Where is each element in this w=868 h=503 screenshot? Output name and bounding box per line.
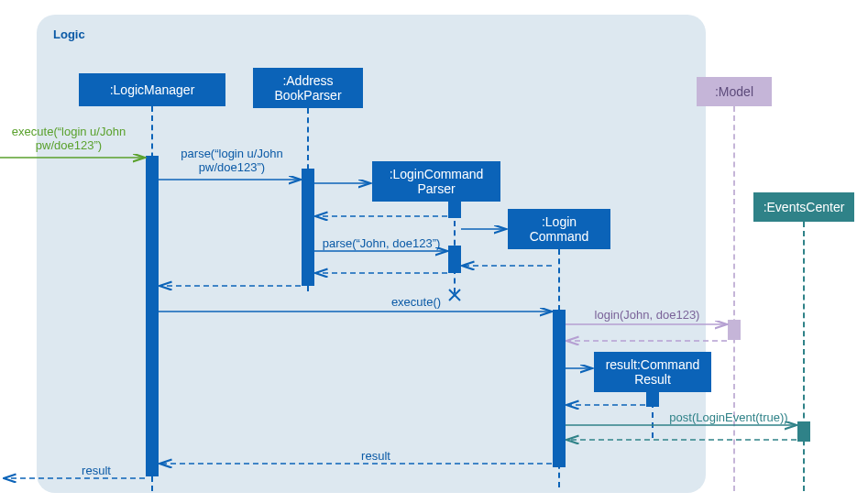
participant-label: :Model xyxy=(715,84,753,99)
msg-execute: execute() xyxy=(379,295,453,309)
participant-addressbookparser: :Address BookParser xyxy=(253,68,363,108)
msg-parse1: parse(“login u/John pw/doe123”) xyxy=(163,147,301,174)
sequence-diagram: Logic :LogicManager :Address BookParser … xyxy=(0,0,868,503)
activation-model xyxy=(728,320,741,340)
msg-result2: result xyxy=(73,464,119,477)
msg-post: post(LoginEvent(true)) xyxy=(660,410,797,424)
participant-label: :EventsCenter xyxy=(764,200,845,214)
logic-frame-label: Logic xyxy=(53,27,85,41)
participant-label: :LogicManager xyxy=(110,82,195,97)
activation-logincommand xyxy=(553,310,566,467)
activation-addressbookparser xyxy=(302,169,314,286)
participant-commandresult: result:Command Result xyxy=(594,352,711,392)
participant-eventscenter: :EventsCenter xyxy=(753,192,854,222)
participant-label: :LoginCommand Parser xyxy=(390,167,484,196)
participant-model: :Model xyxy=(697,77,772,106)
lifeline-eventscenter xyxy=(803,222,805,491)
participant-logincommand: :Login Command xyxy=(508,209,610,249)
activation-logincommandparser-2 xyxy=(448,246,461,273)
participant-label: result:Command Result xyxy=(606,357,700,387)
msg-login: login(John, doe123) xyxy=(583,308,711,322)
participant-label: :Login Command xyxy=(530,214,589,244)
participant-label: :Address BookParser xyxy=(274,73,341,103)
activation-commandresult xyxy=(646,392,659,407)
msg-result1: result xyxy=(348,449,403,463)
lifeline-model xyxy=(733,106,735,491)
activation-eventscenter xyxy=(797,421,810,442)
participant-logicmanager: :LogicManager xyxy=(79,73,225,106)
msg-execute-in: execute(“login u/John pw/doe123”) xyxy=(0,125,137,152)
activation-logicmanager xyxy=(146,156,159,476)
activation-logincommandparser-1 xyxy=(448,202,461,218)
participant-logincommandparser: :LoginCommand Parser xyxy=(372,161,500,202)
msg-parse2: parse(“John, doe123”) xyxy=(315,236,447,250)
